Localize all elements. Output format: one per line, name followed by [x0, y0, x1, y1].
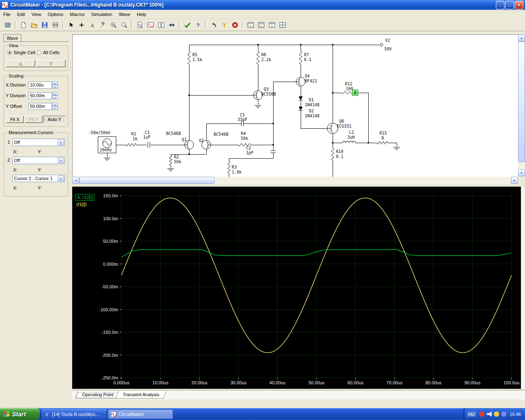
inductor-l1[interactable]: [342, 141, 356, 143]
toolbar-wave-dual[interactable]: [256, 20, 266, 30]
menu-macros[interactable]: Macros: [66, 11, 88, 18]
resistor-r7[interactable]: [299, 51, 302, 64]
yellow-tray-icon[interactable]: [494, 411, 499, 417]
cursor1-select[interactable]: Off ▼: [12, 139, 65, 146]
transistor-q4[interactable]: [296, 77, 305, 86]
toolbar-tool[interactable]: [98, 20, 108, 30]
menu-options[interactable]: Options: [44, 11, 66, 18]
cm-icon: [110, 411, 116, 417]
toolbar-panes[interactable]: [156, 20, 166, 30]
tab-operating-point[interactable]: Operating Point: [75, 391, 120, 399]
start-button[interactable]: Start: [0, 408, 40, 420]
spin-down-icon[interactable]: ▼: [52, 106, 58, 110]
language-indicator[interactable]: HU: [467, 411, 477, 417]
toolbar-probe[interactable]: [219, 20, 229, 30]
menu-simulation[interactable]: Simulation: [88, 11, 115, 18]
radio-all-cells[interactable]: All Cells: [37, 50, 59, 55]
toolbar-cursor[interactable]: [66, 20, 76, 30]
diode-d2[interactable]: [299, 107, 303, 110]
save-icon: [41, 22, 48, 28]
wires[interactable]: [107, 45, 397, 177]
probe-icon: [221, 22, 228, 28]
menu-view[interactable]: View: [28, 11, 45, 18]
cursor-diff-select[interactable]: Cursor 2 - Cursor 1 ▼: [12, 175, 65, 182]
toolbar-new-file[interactable]: [18, 20, 28, 30]
zoom-icon: [121, 22, 128, 28]
toolbar-page-zoom[interactable]: [135, 20, 145, 30]
toolbar-undo[interactable]: [209, 20, 219, 30]
scroll-left-button[interactable]: ◄: [72, 177, 79, 184]
schematic-canvas[interactable]: AV250VR51.5kR62.2kR70.1Q4BF421Q3BC556BD1…: [72, 34, 518, 177]
resistor-r10[interactable]: [331, 148, 334, 160]
menu-edit[interactable]: Edit: [14, 11, 28, 18]
toolbar-print[interactable]: [50, 20, 60, 30]
tab-wave[interactable]: Wave: [3, 34, 21, 42]
maximize-button[interactable]: □: [505, 1, 514, 9]
menu-help[interactable]: Help: [133, 11, 149, 18]
wave-cell-up-button[interactable]: △: [6, 60, 35, 67]
toolbar-help[interactable]: ?: [193, 20, 203, 30]
toolbar-stop[interactable]: [230, 20, 240, 30]
probe-a[interactable]: A: [352, 90, 358, 96]
resistor-r2[interactable]: [169, 155, 172, 165]
task--14-tiszta-b-oszt-ly-[interactable]: e[14] Tiszta B-osztályú...: [41, 409, 106, 419]
schematic-vscrollbar[interactable]: ▲ ▼: [518, 34, 525, 176]
wave-cell-down-button[interactable]: ▽: [36, 60, 66, 67]
scroll-right-button[interactable]: ►: [511, 177, 518, 184]
toolbar-run-check[interactable]: [183, 20, 192, 30]
dropdown-arrow-icon[interactable]: ▼: [58, 176, 64, 181]
resistor-r6[interactable]: [257, 51, 260, 64]
menu-wave[interactable]: Wave: [116, 11, 134, 18]
fit-x-button[interactable]: Fit X: [6, 116, 24, 123]
resistor-r3[interactable]: [228, 161, 231, 173]
red-tray-icon[interactable]: [479, 411, 484, 417]
spin-up-icon[interactable]: ▲: [52, 81, 58, 85]
y-offset-input[interactable]: [28, 103, 52, 110]
minimize-button[interactable]: _: [496, 1, 504, 9]
legend-trace-i1[interactable]: (I1[i]): [75, 201, 94, 207]
scroll-down-button[interactable]: ▼: [518, 169, 525, 176]
toolbar-scope[interactable]: [146, 20, 155, 30]
toolbar-zoom[interactable]: [119, 20, 129, 30]
speaker-tray-icon[interactable]: [486, 411, 492, 417]
toolbar-wave-grid[interactable]: [278, 20, 288, 30]
cursor2-select[interactable]: Off ▼: [12, 157, 65, 164]
fit-y-button[interactable]: Fit Y: [25, 116, 43, 123]
toolbar-zoom-in[interactable]: [109, 20, 119, 30]
waveform-panel[interactable]: 150.0m100.0m50.00m0.000m-50.00m-100.00m-…: [72, 187, 521, 389]
dropdown-arrow-icon[interactable]: ▼: [58, 158, 64, 163]
schematic-hscrollbar[interactable]: ◄ ►: [72, 177, 518, 184]
dropdown-arrow-icon[interactable]: ▼: [58, 139, 64, 145]
scroll-up-button[interactable]: ▲: [518, 34, 525, 41]
hscroll-thumb[interactable]: [79, 177, 215, 184]
blue-tray-icon[interactable]: [501, 411, 507, 417]
v2-terminal[interactable]: [380, 43, 383, 46]
auto-y-button[interactable]: Auto Y: [43, 116, 66, 123]
menu-file[interactable]: File: [0, 11, 14, 18]
vscroll-thumb[interactable]: [518, 41, 525, 162]
spin-down-icon[interactable]: ▼: [52, 85, 58, 89]
spin-up-icon[interactable]: ▲: [52, 92, 58, 96]
component-labels: V250VR51.5kR62.2kR70.1Q4BF421Q3BC556BD11…: [88, 38, 392, 174]
resistor-r1[interactable]: [126, 144, 136, 146]
x-division-input[interactable]: [28, 82, 52, 89]
resistor-r5[interactable]: [188, 51, 191, 64]
task-circuitmaker[interactable]: CircuitMaker: [108, 409, 173, 419]
toolbar-wave-single[interactable]: [246, 20, 256, 30]
spin-down-icon[interactable]: ▼: [52, 96, 58, 99]
tab-transient-analysis[interactable]: Transient Analysis: [116, 391, 167, 399]
legend-trace-r12[interactable]: A: r12[i]: [75, 194, 94, 201]
toolbar-save[interactable]: [40, 20, 50, 30]
diode-d1[interactable]: [299, 96, 303, 100]
toolbar-open-file[interactable]: [29, 20, 39, 30]
radio-single-cell[interactable]: Single Cell: [7, 50, 35, 55]
toolbar-text[interactable]: A: [87, 20, 97, 30]
spin-up-icon[interactable]: ▲: [52, 103, 58, 106]
resistor-r15[interactable]: [377, 142, 388, 144]
toolbar-add[interactable]: [77, 20, 87, 30]
toolbar-arrows-lr[interactable]: [167, 20, 177, 30]
y-division-input[interactable]: [28, 92, 52, 99]
close-button[interactable]: ×: [515, 1, 523, 9]
toolbar-wave-split[interactable]: [267, 20, 277, 30]
toolbar-board[interactable]: [3, 20, 13, 30]
